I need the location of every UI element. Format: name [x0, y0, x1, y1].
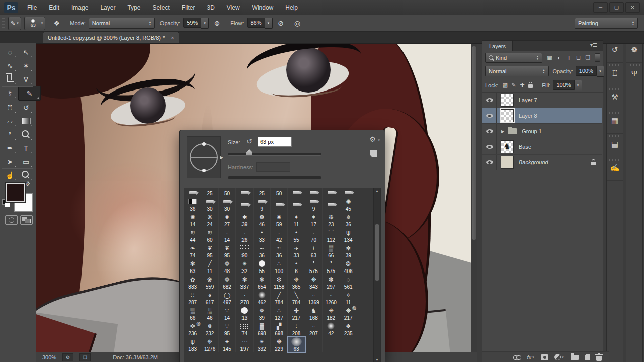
scroll-up-icon[interactable]: ▲	[374, 189, 380, 193]
visibility-toggle[interactable]	[482, 124, 497, 139]
brush-preset[interactable]: ∙278	[236, 290, 253, 306]
brush-preset[interactable]: ✱39	[236, 212, 253, 228]
brush-preset[interactable]: ❊343	[305, 275, 323, 290]
menu-filter[interactable]: Filter	[176, 0, 201, 15]
brush-preset[interactable]: ✶17	[305, 212, 323, 228]
brush-preset[interactable]: ✦145	[219, 337, 236, 352]
brush-preset[interactable]: ❜575	[323, 259, 340, 275]
quick-mask-button[interactable]	[5, 215, 18, 225]
brush-preset[interactable]	[184, 188, 201, 197]
swatches-panel[interactable]: ▦	[607, 110, 623, 134]
brush-preset[interactable]: ✺14	[184, 212, 201, 228]
document-tab[interactable]: Untitled-1 copy.psd @ 300% (Layer 8, RGB…	[43, 32, 179, 43]
scroll-down-icon[interactable]: ▼	[374, 358, 380, 361]
brush-preset[interactable]: ∙26	[236, 228, 253, 243]
brush-preset[interactable]: ▒66	[323, 243, 340, 259]
brush-preset[interactable]: ❁682	[219, 275, 236, 290]
path-selection-tool[interactable]: ➤	[2, 155, 18, 168]
scrollbar-thumb[interactable]	[375, 224, 379, 281]
adjustment-filter-icon[interactable]: ◐	[554, 53, 564, 62]
brush-preset[interactable]: ❋229	[271, 337, 288, 352]
menu-type[interactable]: Type	[121, 0, 146, 15]
clone-source-panel[interactable]: ♖	[607, 63, 623, 86]
add-layer-mask-icon[interactable]	[541, 354, 548, 360]
brush-preset[interactable]: 36	[184, 197, 201, 212]
delete-layer-icon[interactable]	[596, 354, 602, 361]
size-reset-icon[interactable]: ↺	[246, 137, 252, 145]
brush-preset[interactable]: 63	[288, 337, 305, 352]
pen-tool[interactable]: ✒	[2, 141, 18, 155]
brush-preset[interactable]: ✦11	[288, 212, 305, 228]
preset-scrollbar[interactable]: ▲ ▼	[373, 188, 380, 362]
brush-preset[interactable]: ╱11	[201, 259, 218, 275]
brush-preset[interactable]: ◕617	[201, 290, 218, 306]
brush-preset[interactable]: ❁48	[219, 259, 236, 275]
brush-preset[interactable]: ∵95	[219, 321, 236, 337]
brush-preset[interactable]: ✹27	[219, 212, 236, 228]
size-input[interactable]: 63 px	[258, 137, 292, 147]
brush-preset[interactable]	[340, 188, 357, 197]
brush-preset[interactable]: ∙14	[219, 228, 236, 243]
brush-preset[interactable]: ❃654	[254, 275, 271, 290]
brush-preset[interactable]: ❅232	[201, 321, 218, 337]
type-filter-icon[interactable]: T	[564, 53, 574, 62]
brush-preset[interactable]	[236, 197, 253, 212]
brush-preset[interactable]: ▫1369	[305, 290, 323, 306]
brush-preset[interactable]: ✾63	[184, 259, 201, 275]
lock-all-icon[interactable]	[526, 82, 535, 88]
brush-preset[interactable]	[236, 188, 253, 197]
crop-tool[interactable]	[2, 72, 18, 86]
brush-preset[interactable]: ❋217⑯	[340, 306, 357, 321]
layer-opacity-value[interactable]: 100%	[576, 66, 597, 76]
lock-transparency-icon[interactable]: ▨	[501, 82, 509, 88]
brush-preset[interactable]: ∴100	[271, 259, 288, 275]
zoom-menu-icon[interactable]: ⚙	[62, 353, 73, 361]
visibility-toggle[interactable]	[482, 108, 497, 123]
brush-preset[interactable]: ▞698	[271, 321, 288, 337]
brush-preset[interactable]: ▫1260	[323, 290, 340, 306]
brush-preset[interactable]: 462	[254, 290, 271, 306]
brush-preset[interactable]: 50	[219, 188, 236, 197]
brush-preset[interactable]: ❈365	[288, 275, 305, 290]
brush-preset[interactable]: ✵36	[340, 212, 357, 228]
brush-preset[interactable]: ✻39	[340, 243, 357, 259]
brush-preset[interactable]	[305, 188, 323, 197]
opacity-value[interactable]: 59%	[183, 18, 201, 28]
airbrush-mode-button[interactable]: ⊘	[275, 18, 287, 29]
brush-preset[interactable]: ❖235	[340, 321, 357, 337]
gradient-tool[interactable]	[18, 114, 34, 128]
brush-preset[interactable]: 30	[201, 197, 218, 212]
brush-preset[interactable]: 25	[254, 188, 271, 197]
shape-filter-icon[interactable]: ◻	[574, 53, 583, 62]
expand-triangle-icon[interactable]: ▶	[501, 129, 504, 134]
gear-icon[interactable]: ⚙	[369, 135, 376, 143]
menu-select[interactable]: Select	[146, 0, 175, 15]
eraser-tool[interactable]: ▱	[2, 114, 18, 128]
menu-help[interactable]: Help	[279, 0, 304, 15]
visibility-toggle[interactable]	[482, 155, 497, 170]
visibility-toggle[interactable]	[482, 93, 497, 108]
menu-layer[interactable]: Layer	[94, 0, 121, 15]
hand-tool[interactable]: ☝	[2, 168, 18, 182]
brush-preset[interactable]: 50	[271, 188, 288, 197]
type-tool[interactable]: T	[18, 141, 34, 155]
menu-view[interactable]: View	[221, 0, 246, 15]
brush-preset[interactable]: ≋60	[201, 228, 218, 243]
brush-preset[interactable]	[288, 197, 305, 212]
brush-presets-panel[interactable]: ✍	[607, 157, 623, 181]
tool-preset-picker[interactable]: ✎ ▾	[8, 17, 21, 30]
flow-value[interactable]: 86%	[247, 18, 265, 28]
brush-preset[interactable]: ▒66	[184, 306, 201, 321]
foreground-color-swatch[interactable]	[6, 183, 25, 202]
export-icon[interactable]: ❏	[79, 353, 91, 361]
airbrush-opacity-pressure-button[interactable]: ⊚	[211, 18, 223, 29]
brush-preset[interactable]: ✵39	[254, 306, 271, 321]
brush-preset[interactable]: ∻33	[288, 243, 305, 259]
maximize-button[interactable]: ▢	[609, 2, 624, 13]
scrollbar-thumb[interactable]	[472, 46, 476, 240]
brush-preset[interactable]: ░46	[201, 306, 218, 321]
brush-preset[interactable]: ▓698	[254, 321, 271, 337]
tab-close-icon[interactable]: ×	[171, 35, 174, 41]
brush-preset[interactable]: ∴127	[271, 306, 288, 321]
smart-object-filter-icon[interactable]: ❏	[583, 53, 593, 62]
